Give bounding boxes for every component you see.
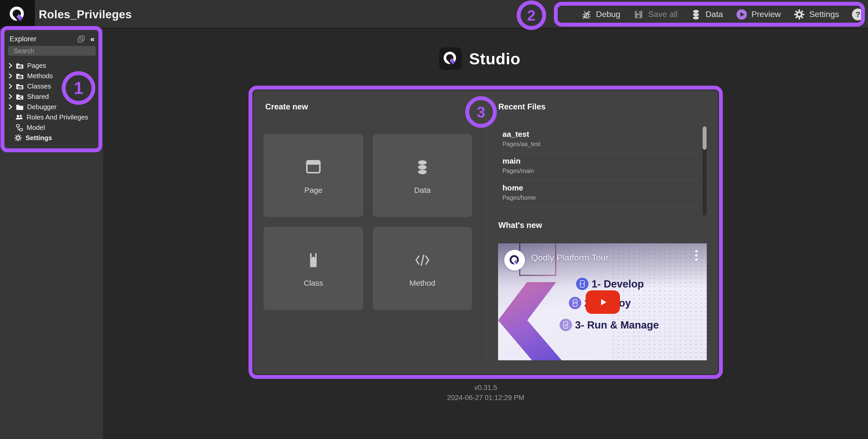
- recent-file-name: home: [502, 183, 698, 192]
- folder-icon: [16, 103, 24, 111]
- sidebar-item-pages[interactable]: Pages: [4, 60, 100, 71]
- video-step-develop: 1- Develop: [576, 278, 644, 290]
- bug-off-icon: [581, 9, 592, 20]
- open-editors-icon[interactable]: [77, 35, 85, 43]
- sidebar-item-label: Debugger: [27, 103, 57, 111]
- sidebar-item-label: Classes: [27, 82, 51, 90]
- create-new-title: Create new: [265, 102, 308, 111]
- studio-title: Studio: [469, 49, 521, 68]
- explorer-search: [8, 46, 96, 56]
- project-title: Roles_Privileges: [39, 0, 132, 29]
- sidebar-item-label: Model: [27, 124, 45, 132]
- create-card-label: Method: [373, 279, 472, 288]
- page-icon: [305, 159, 321, 175]
- folder-shared-icon: [16, 93, 24, 100]
- create-page-card[interactable]: Page: [264, 134, 363, 217]
- folder-code-icon: [16, 72, 24, 80]
- play-circle-icon: [736, 9, 747, 20]
- play-icon: [598, 297, 608, 307]
- annotation-circle-2: 2: [517, 1, 546, 30]
- settings-label: Settings: [809, 9, 839, 19]
- chevron-right-icon[interactable]: [7, 62, 14, 69]
- people-icon: [15, 113, 23, 121]
- annotation-circle-3: 3: [465, 96, 497, 128]
- gear-icon: [14, 134, 22, 142]
- explorer-title: Explorer: [9, 35, 36, 43]
- video-channel-avatar[interactable]: [504, 250, 525, 270]
- chevron-right-icon[interactable]: [7, 83, 14, 90]
- save-all-label: Save all: [648, 9, 678, 19]
- database-icon: [414, 159, 430, 176]
- preview-button[interactable]: Preview: [736, 9, 781, 20]
- create-card-label: Page: [264, 186, 363, 195]
- chevron-right-icon[interactable]: [7, 72, 14, 79]
- phone-rocket-icon: [560, 319, 572, 331]
- sidebar-item-model[interactable]: Model: [4, 122, 100, 133]
- chevron-right-icon[interactable]: [7, 103, 14, 110]
- sidebar-item-label: Shared: [27, 93, 49, 101]
- folder-pages-icon: [16, 62, 24, 69]
- qodly-logo-icon: [443, 51, 458, 66]
- collapse-sidebar-icon[interactable]: «: [90, 35, 95, 43]
- recent-scrollbar-thumb[interactable]: [703, 127, 707, 150]
- app-logo[interactable]: [0, 0, 35, 29]
- data-button[interactable]: Data: [690, 9, 723, 20]
- debug-button[interactable]: Debug: [581, 9, 620, 20]
- save-all-button[interactable]: Save all: [633, 9, 678, 20]
- create-method-card[interactable]: Method: [373, 227, 472, 310]
- app-version: v0.31.5: [253, 384, 718, 392]
- create-card-label: Data: [373, 186, 472, 195]
- qodly-studio-app: Roles_Privileges Debug: [0, 0, 868, 439]
- top-bar: Roles_Privileges Debug: [0, 0, 868, 29]
- explorer-header: Explorer «: [4, 33, 100, 45]
- youtube-play-button[interactable]: [586, 290, 620, 314]
- bookmark-icon: [305, 252, 321, 269]
- studio-header: Studio: [439, 47, 521, 70]
- sidebar-item-label: Methods: [27, 72, 53, 80]
- sidebar-item-label: Pages: [27, 62, 46, 70]
- folder-code-icon: [16, 82, 24, 90]
- sidebar-item-roles-and-privileges[interactable]: Roles And Privileges: [4, 112, 100, 122]
- recent-file-name: main: [502, 157, 698, 165]
- help-button[interactable]: ?: [852, 8, 864, 21]
- qodly-logo-icon: [9, 6, 26, 23]
- whats-new-title: What's new: [498, 221, 542, 230]
- sidebar-item-label: Roles And Privileges: [27, 113, 88, 121]
- create-card-label: Class: [264, 279, 363, 288]
- studio-logo: [439, 47, 462, 70]
- sidebar-item-settings[interactable]: Settings: [4, 133, 100, 143]
- qodly-logo-icon: [509, 254, 521, 266]
- code-icon: [414, 252, 430, 269]
- debug-label: Debug: [596, 9, 620, 19]
- recent-scrollbar-track[interactable]: [703, 127, 707, 215]
- sidebar-item-label: Settings: [26, 134, 52, 142]
- panel-divider: [486, 104, 486, 361]
- app-timestamp: 2024-06-27 01:12:29 PM: [253, 394, 718, 402]
- home-panel: Create new Page Data Class Method: [253, 90, 718, 374]
- video-step-label: 3- Run & Manage: [575, 319, 659, 331]
- annotation-circle-1: 1: [62, 71, 95, 105]
- gear-icon: [794, 9, 805, 20]
- recent-file-path: Pages/aa_test: [502, 141, 698, 147]
- whats-new-video[interactable]: Qodly Platform Tour 1- Develop 2- Deploy…: [498, 243, 707, 360]
- recent-files-title: Recent Files: [498, 102, 546, 111]
- recent-file-row[interactable]: home Pages/home: [502, 180, 698, 207]
- search-input[interactable]: [10, 46, 97, 56]
- database-icon: [690, 9, 702, 20]
- toolbar: Debug Save all: [581, 0, 864, 29]
- video-title: Qodly Platform Tour: [531, 253, 609, 263]
- create-class-card[interactable]: Class: [264, 227, 363, 310]
- video-step-run-manage: 3- Run & Manage: [560, 319, 659, 331]
- video-step-label: 1- Develop: [592, 278, 644, 290]
- recent-file-path: Pages/main: [502, 168, 698, 174]
- recent-file-row[interactable]: main Pages/main: [502, 153, 698, 180]
- kebab-menu-icon[interactable]: [695, 250, 698, 261]
- recent-file-path: Pages/home: [502, 194, 698, 201]
- chevron-right-icon[interactable]: [7, 93, 14, 100]
- phone-cloud-icon: [569, 297, 581, 309]
- phone-code-icon: [576, 278, 588, 290]
- recent-file-row[interactable]: aa_test Pages/aa_test: [502, 127, 698, 153]
- recent-files-list: aa_test Pages/aa_test main Pages/main ho…: [502, 127, 698, 207]
- settings-button[interactable]: Settings: [794, 9, 839, 20]
- create-data-card[interactable]: Data: [373, 134, 472, 217]
